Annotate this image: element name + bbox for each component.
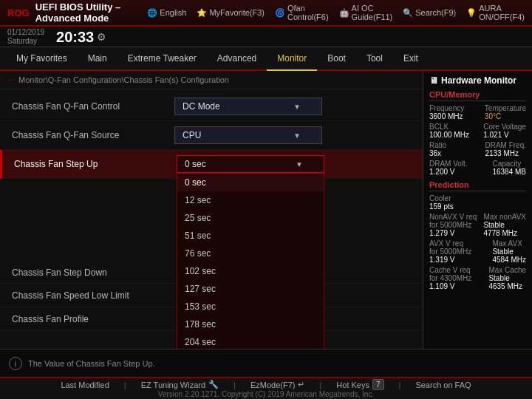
pred-maxnonavx-mhz: 4778 MHz: [483, 229, 526, 237]
last-modified-btn[interactable]: Last Modified: [61, 381, 109, 389]
datetime-clock: 20:33: [56, 30, 94, 44]
breadcrumb: ← Monitor\Q-Fan Configuration\Chassis Fa…: [0, 71, 423, 89]
dropdown-qfan-control[interactable]: DC Mode ▼: [174, 98, 322, 115]
right-panel: 🖥 Hardware Monitor CPU/Memory Frequency …: [423, 71, 532, 349]
aioc-icon[interactable]: 🤖 AI OC Guide(F11): [339, 4, 393, 21]
rog-logo: ROG: [7, 7, 30, 18]
search-icon[interactable]: 🔍 Search(F9): [403, 8, 456, 18]
pred-maxcache-stable: Stable: [488, 274, 526, 282]
setting-label-step-down: Chassis Fan Step Down: [12, 267, 174, 278]
hw-freq-label: Frequency: [429, 104, 464, 112]
nav-exit[interactable]: Exit: [393, 47, 429, 71]
pred-avx-row: AVX V req for 5000MHz 1.319 V Max AVX St…: [429, 239, 526, 264]
dropdown-qfan-source[interactable]: CPU ▼: [174, 126, 322, 144]
setting-row-step-up: Chassis Fan Step Up 0 sec ▼ 0 sec 12 sec…: [0, 150, 423, 179]
hw-dramvolt-row: DRAM Volt. 1.200 V Capacity 16384 MB: [429, 160, 526, 176]
ez-wizard-icon: 🔧: [208, 380, 219, 389]
hw-corevolt-label: Core Voltage: [483, 123, 526, 131]
setting-label-qfan-source: Chassis Fan Q-Fan Source: [12, 130, 174, 140]
bottom-bar: Last Modified | EZ Tuning Wizard 🔧 | EzM…: [0, 377, 532, 399]
setting-label-speed-low: Chassis Fan Speed Low Limit: [12, 290, 174, 301]
option-51sec[interactable]: 51 sec: [177, 227, 324, 245]
hw-bclk-row: BCLK 100.00 MHz Core Voltage 1.021 V: [429, 123, 526, 139]
pred-maxavx-label: Max AVX: [492, 239, 526, 248]
pred-maxcache-label: Max Cache: [488, 266, 526, 274]
hw-temp-value: 30°C: [485, 112, 526, 120]
hw-capacity-label: Capacity: [492, 160, 526, 168]
pred-cache-label: Cache V req: [429, 266, 471, 274]
back-arrow-icon[interactable]: ←: [7, 75, 16, 84]
nav-main[interactable]: Main: [78, 47, 117, 71]
hw-bclk-label: BCLK: [429, 123, 469, 131]
info-icon: i: [9, 357, 22, 370]
hw-capacity-value: 16384 MB: [492, 168, 526, 176]
myfavorite-icon[interactable]: ⭐ MyFavorite(F3): [197, 8, 265, 18]
hw-cooler-label: Cooler: [429, 194, 454, 202]
prediction-title: Prediction: [429, 180, 526, 191]
aura-icon[interactable]: 💡 AURA ON/OFF(F4): [466, 4, 525, 21]
pred-avx-value: 1.319 V: [429, 256, 471, 264]
chevron-down-icon: ▼: [293, 103, 301, 111]
search-faq-btn[interactable]: Search on FAQ: [415, 381, 471, 389]
hw-dramfreq-value: 2133 MHz: [485, 149, 526, 157]
dropdown-step-up[interactable]: 0 sec ▼: [177, 155, 324, 173]
pred-nonavx-sub: for 5000MHz: [429, 221, 477, 229]
qfan-icon[interactable]: 🌀 Qfan Control(F6): [275, 4, 329, 21]
title-bar-icons: 🌐 English ⭐ MyFavorite(F3) 🌀 Qfan Contro…: [147, 4, 525, 21]
pred-nonavx-value: 1.279 V: [429, 229, 477, 237]
hw-frequency-row: Frequency 3600 MHz Temperature 30°C: [429, 104, 526, 120]
nav-advanced[interactable]: Advanced: [207, 47, 267, 71]
option-102sec[interactable]: 102 sec: [177, 262, 324, 280]
pred-cache-row: Cache V req for 4300MHz 1.109 V Max Cach…: [429, 266, 526, 290]
info-text: The Value of Chassis Fan Step Up.: [28, 359, 155, 368]
setting-control-qfan-source: CPU ▼: [174, 126, 411, 144]
title-bar: ROG UEFI BIOS Utility – Advanced Mode 🌐 …: [0, 0, 532, 27]
version-text: Version 2.20.1271. Copyright (C) 2019 Am…: [158, 390, 374, 398]
language-icon[interactable]: 🌐 English: [147, 8, 186, 18]
pred-maxavx-mhz: 4584 MHz: [492, 256, 526, 264]
ez-wizard-btn[interactable]: EZ Tuning Wizard 🔧: [141, 380, 219, 389]
monitor-icon: 🖥: [429, 75, 438, 86]
pred-maxnonavx-label: Max nonAVX: [483, 213, 526, 221]
title-text: UEFI BIOS Utility – Advanced Mode: [35, 1, 148, 24]
nav-favorites[interactable]: My Favorites: [6, 47, 78, 71]
datetime-date: 01/12/2019 Saturday: [7, 28, 44, 46]
option-204sec[interactable]: 204 sec: [177, 333, 324, 349]
hw-temp-label: Temperature: [485, 104, 526, 112]
hot-keys-btn[interactable]: Hot Keys 7: [336, 379, 383, 390]
option-76sec[interactable]: 76 sec: [177, 245, 324, 262]
dropdown-list-step-up: 0 sec 12 sec 25 sec 51 sec 76 sec 102 se…: [177, 173, 324, 349]
nav-boot[interactable]: Boot: [317, 47, 356, 71]
option-0sec[interactable]: 0 sec: [177, 174, 324, 191]
left-panel: ← Monitor\Q-Fan Configuration\Chassis Fa…: [0, 71, 423, 349]
option-178sec[interactable]: 178 sec: [177, 316, 324, 333]
hw-dramfreq-label: DRAM Freq.: [485, 141, 526, 149]
setting-control-qfan-control: DC Mode ▼: [174, 98, 411, 115]
datetime-bar: 01/12/2019 Saturday 20:33 ⚙: [0, 27, 532, 47]
hw-dramvolt-value: 1.200 V: [429, 168, 468, 176]
pred-nonavx-row: NonAVX V req for 5000MHz 1.279 V Max non…: [429, 213, 526, 237]
hw-freq-value: 3600 MHz: [429, 112, 464, 120]
nav-monitor[interactable]: Monitor: [267, 47, 317, 71]
chevron-down-icon: ▼: [296, 160, 303, 168]
settings-gear-icon[interactable]: ⚙: [97, 31, 106, 43]
settings-area: Chassis Fan Q-Fan Control DC Mode ▼ Chas…: [0, 89, 423, 334]
setting-label-step-up: Chassis Fan Step Up: [14, 159, 177, 169]
main-nav: My Favorites Main Extreme Tweaker Advanc…: [0, 47, 532, 71]
option-12sec[interactable]: 12 sec: [177, 191, 324, 209]
hw-monitor-title: 🖥 Hardware Monitor: [429, 75, 526, 86]
bottom-nav: Last Modified | EZ Tuning Wizard 🔧 | EzM…: [61, 379, 471, 390]
hw-cooler-value: 159 pts: [429, 202, 454, 211]
option-127sec[interactable]: 127 sec: [177, 280, 324, 298]
setting-label-qfan-control: Chassis Fan Q-Fan Control: [12, 101, 174, 112]
option-153sec[interactable]: 153 sec: [177, 298, 324, 316]
pred-cache-sub: for 4300MHz: [429, 274, 471, 282]
nav-extreme[interactable]: Extreme Tweaker: [117, 47, 207, 71]
hot-keys-badge: 7: [372, 379, 384, 390]
option-25sec[interactable]: 25 sec: [177, 209, 324, 227]
pred-maxavx-stable: Stable: [492, 248, 526, 256]
ez-mode-btn[interactable]: EzMode(F7) ↵: [250, 380, 305, 389]
nav-tool[interactable]: Tool: [356, 47, 393, 71]
pred-maxnonavx-stable: Stable: [483, 221, 526, 229]
pred-nonavx-label: NonAVX V req: [429, 213, 477, 221]
